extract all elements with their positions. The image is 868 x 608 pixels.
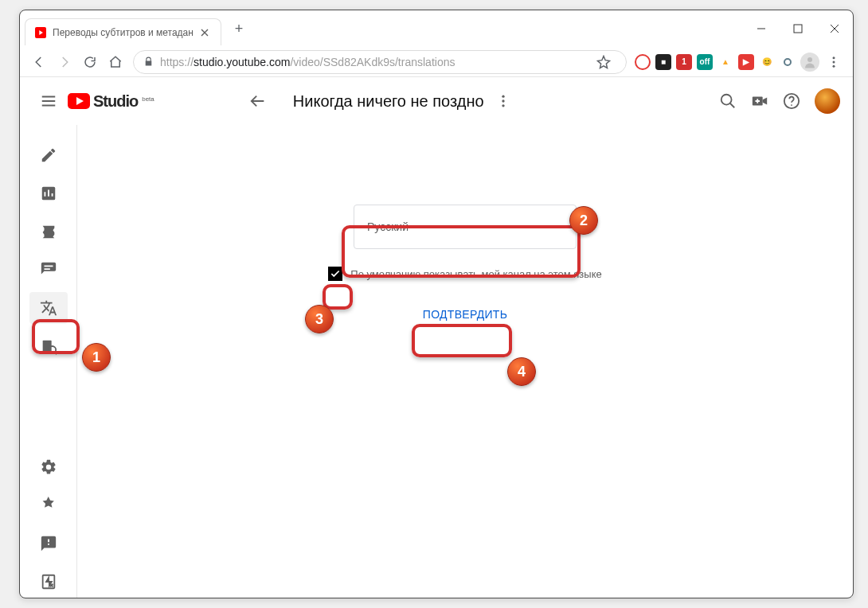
app-body: Русский По умолчанию показывать мой кана…: [20, 125, 853, 598]
svg-point-8: [502, 104, 504, 107]
home-icon[interactable]: [104, 51, 127, 73]
sidebar: [20, 125, 77, 598]
sidebar-item-settings[interactable]: [29, 451, 68, 483]
youtube-favicon: [35, 27, 46, 38]
svg-point-5: [833, 64, 835, 67]
app-header: Studio beta Никогда ничего не поздно: [20, 77, 853, 125]
main-content: Русский По умолчанию показывать мой кана…: [77, 125, 853, 598]
chrome-profile-avatar[interactable]: [800, 53, 819, 72]
extensions-row: ■ 1 off ▲ ▶ 😊: [631, 53, 846, 72]
language-select[interactable]: Русский: [354, 205, 577, 249]
back-arrow-icon[interactable]: [242, 85, 274, 117]
close-window-icon[interactable]: [816, 13, 853, 45]
minimize-icon[interactable]: [743, 13, 780, 45]
chrome-menu-icon[interactable]: [824, 55, 843, 69]
lock-icon: [143, 57, 154, 67]
default-language-row: По умолчанию показывать мой канал на это…: [328, 267, 601, 281]
sidebar-item-analytics[interactable]: [29, 177, 68, 209]
sidebar-item-classic[interactable]: [29, 566, 68, 598]
extension-icon[interactable]: ■: [655, 54, 671, 70]
create-video-icon[interactable]: [751, 92, 768, 110]
sidebar-item-whatsnew[interactable]: [29, 489, 68, 521]
svg-point-6: [502, 95, 504, 98]
svg-rect-0: [794, 25, 802, 33]
logo-beta: beta: [142, 95, 154, 103]
extension-icon[interactable]: off: [697, 54, 713, 70]
nav-forward-icon[interactable]: [53, 51, 76, 73]
window-titlebar: Переводы субтитров и метадан +: [20, 10, 853, 47]
language-value: Русский: [367, 220, 409, 233]
help-icon[interactable]: [783, 92, 800, 110]
svg-point-9: [721, 95, 732, 105]
sidebar-item-feedback[interactable]: [29, 528, 68, 559]
svg-point-3: [833, 57, 835, 59]
sidebar-item-other[interactable]: [29, 330, 68, 362]
menu-icon[interactable]: [33, 85, 65, 117]
url-field[interactable]: https://studio.youtube.com/video/SSd82AK…: [133, 50, 627, 74]
bookmark-star-icon[interactable]: [592, 51, 615, 73]
extension-icon[interactable]: 😊: [759, 54, 775, 70]
extension-icon[interactable]: [780, 54, 796, 70]
svg-point-7: [502, 99, 504, 102]
url-text: https://studio.youtube.com/video/SSd82AK…: [160, 56, 455, 68]
sidebar-item-editor[interactable]: [29, 216, 68, 247]
confirm-button[interactable]: ПОДТВЕРДИТЬ: [410, 300, 520, 329]
svg-point-2: [807, 57, 812, 62]
sidebar-item-details[interactable]: [29, 139, 68, 171]
search-icon[interactable]: [719, 92, 737, 110]
reload-icon[interactable]: [79, 51, 101, 73]
nav-back-icon[interactable]: [28, 51, 50, 73]
extension-icon[interactable]: ▲: [717, 54, 733, 70]
browser-window: Переводы субтитров и метадан + https://s…: [19, 10, 854, 598]
youtube-play-icon: [68, 93, 90, 109]
channel-avatar[interactable]: [815, 88, 840, 114]
svg-point-4: [833, 60, 835, 63]
studio-logo[interactable]: Studio beta: [68, 92, 154, 111]
sidebar-item-translations[interactable]: [29, 292, 68, 324]
video-options-icon[interactable]: [495, 93, 511, 109]
address-bar: https://studio.youtube.com/video/SSd82AK…: [20, 47, 853, 77]
extension-icon[interactable]: 1: [676, 54, 692, 70]
window-controls: [743, 13, 853, 45]
logo-text: Studio: [93, 92, 138, 111]
browser-tab[interactable]: Переводы субтитров и метадан: [25, 18, 221, 45]
extension-icon[interactable]: ▶: [738, 54, 754, 70]
close-tab-icon[interactable]: [198, 26, 211, 39]
svg-point-12: [791, 104, 792, 106]
chevron-down-icon: [553, 220, 563, 233]
checkbox-label: По умолчанию показывать мой канал на это…: [350, 268, 601, 280]
video-title: Никогда ничего не поздно: [293, 92, 484, 111]
maximize-icon[interactable]: [780, 13, 816, 45]
default-language-checkbox[interactable]: [328, 267, 342, 281]
sidebar-item-comments[interactable]: [29, 254, 68, 286]
extension-opera-icon[interactable]: [635, 54, 651, 70]
tab-title: Переводы субтитров и метадан: [53, 27, 194, 38]
svg-point-1: [784, 59, 791, 65]
new-tab-icon[interactable]: +: [228, 18, 250, 40]
